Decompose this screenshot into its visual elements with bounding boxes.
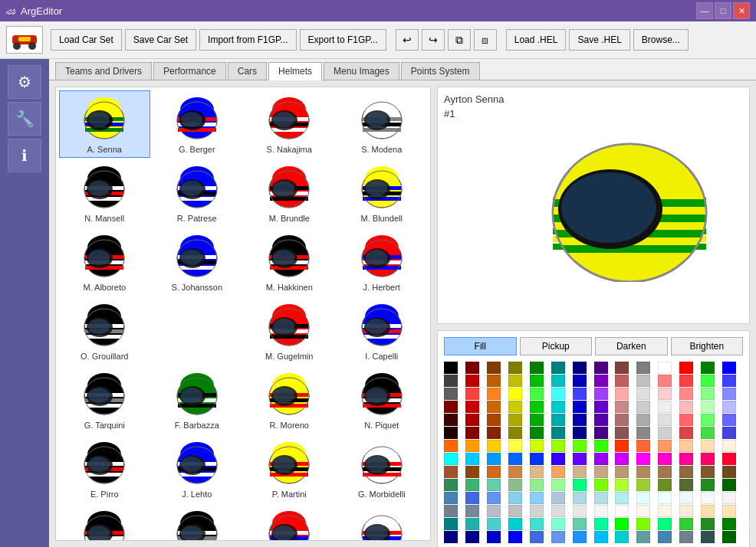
load-hel-button[interactable]: Load .HEL (506, 29, 567, 51)
helmet-item[interactable]: E. Pirro (59, 435, 150, 503)
color-swatch[interactable] (551, 375, 565, 387)
color-swatch[interactable] (594, 362, 608, 374)
color-swatch[interactable] (551, 362, 565, 374)
color-swatch[interactable] (508, 505, 522, 517)
tab-helmets[interactable]: Helmets (268, 62, 322, 80)
color-swatch[interactable] (701, 362, 715, 374)
color-swatch[interactable] (594, 440, 608, 452)
color-swatch[interactable] (701, 427, 715, 439)
color-swatch[interactable] (551, 427, 565, 439)
color-swatch[interactable] (573, 414, 587, 426)
color-swatch[interactable] (594, 518, 608, 530)
pickup-button[interactable]: Pickup (520, 337, 593, 355)
color-swatch[interactable] (722, 362, 736, 374)
color-swatch[interactable] (636, 414, 650, 426)
color-swatch[interactable] (636, 479, 650, 491)
helmet-item[interactable]: O. Grouillard (59, 297, 150, 365)
color-swatch[interactable] (573, 466, 587, 478)
color-swatch[interactable] (701, 531, 715, 543)
color-swatch[interactable] (658, 440, 672, 452)
color-swatch[interactable] (722, 518, 736, 530)
color-swatch[interactable] (722, 414, 736, 426)
color-swatch[interactable] (573, 492, 587, 504)
color-swatch[interactable] (679, 479, 693, 491)
color-swatch[interactable] (530, 440, 544, 452)
color-swatch[interactable] (615, 375, 629, 387)
helmet-item[interactable]: N. Mansell (59, 159, 150, 227)
color-swatch[interactable] (701, 388, 715, 400)
brighten-button[interactable]: Brighten (671, 337, 744, 355)
color-swatch[interactable] (573, 440, 587, 452)
color-swatch[interactable] (487, 479, 501, 491)
color-swatch[interactable] (444, 492, 458, 504)
info-button[interactable]: ℹ (8, 139, 41, 172)
tab-performance[interactable]: Performance (153, 62, 226, 80)
color-swatch[interactable] (636, 440, 650, 452)
paste-button[interactable]: ⧇ (474, 29, 497, 51)
close-button[interactable]: ✕ (733, 2, 750, 19)
color-swatch[interactable] (701, 414, 715, 426)
maximize-button[interactable]: □ (715, 2, 731, 19)
color-swatch[interactable] (487, 401, 501, 413)
helmet-item[interactable]: S. Modena (337, 90, 428, 158)
helmet-item[interactable]: J. Alesi (337, 504, 428, 541)
color-swatch[interactable] (465, 427, 479, 439)
helmet-item[interactable]: S. Johansson (152, 228, 243, 296)
color-swatch[interactable] (636, 531, 650, 543)
color-swatch[interactable] (444, 427, 458, 439)
helmet-item[interactable]: J. Herbert (337, 228, 428, 296)
color-swatch[interactable] (615, 479, 629, 491)
color-swatch[interactable] (722, 466, 736, 478)
color-swatch[interactable] (487, 466, 501, 478)
color-swatch[interactable] (444, 466, 458, 478)
color-swatch[interactable] (679, 427, 693, 439)
color-swatch[interactable] (508, 466, 522, 478)
color-swatch[interactable] (465, 414, 479, 426)
color-swatch[interactable] (722, 440, 736, 452)
color-swatch[interactable] (701, 492, 715, 504)
color-swatch[interactable] (679, 375, 693, 387)
save-car-set-button[interactable]: Save Car Set (125, 29, 196, 51)
color-swatch[interactable] (722, 453, 736, 465)
redo-button[interactable]: ↪ (422, 29, 445, 51)
color-swatch[interactable] (508, 362, 522, 374)
export-button[interactable]: Export to F1GP... (300, 29, 386, 51)
color-swatch[interactable] (573, 362, 587, 374)
color-swatch[interactable] (508, 492, 522, 504)
color-swatch[interactable] (615, 466, 629, 478)
color-swatch[interactable] (594, 427, 608, 439)
helmet-item[interactable]: T. Boutsen (59, 504, 150, 541)
color-swatch[interactable] (658, 453, 672, 465)
color-swatch[interactable] (679, 466, 693, 478)
color-swatch[interactable] (530, 479, 544, 491)
color-swatch[interactable] (658, 492, 672, 504)
color-swatch[interactable] (465, 440, 479, 452)
helmet-item[interactable]: A. Prost (244, 504, 335, 541)
undo-button[interactable]: ↩ (396, 29, 419, 51)
color-swatch[interactable] (487, 440, 501, 452)
color-swatch[interactable] (487, 414, 501, 426)
color-swatch[interactable] (658, 466, 672, 478)
color-swatch[interactable] (594, 531, 608, 543)
color-swatch[interactable] (530, 427, 544, 439)
color-swatch[interactable] (679, 518, 693, 530)
color-swatch[interactable] (444, 518, 458, 530)
color-swatch[interactable] (658, 505, 672, 517)
color-swatch[interactable] (679, 401, 693, 413)
color-swatch[interactable] (594, 401, 608, 413)
color-swatch[interactable] (573, 531, 587, 543)
color-swatch[interactable] (594, 453, 608, 465)
color-swatch[interactable] (508, 414, 522, 426)
color-swatch[interactable] (636, 453, 650, 465)
helmet-item[interactable]: J. Lehto (152, 435, 243, 503)
color-swatch[interactable] (551, 453, 565, 465)
color-swatch[interactable] (465, 362, 479, 374)
color-swatch[interactable] (722, 401, 736, 413)
color-swatch[interactable] (701, 453, 715, 465)
color-swatch[interactable] (508, 453, 522, 465)
color-swatch[interactable] (701, 479, 715, 491)
color-swatch[interactable] (487, 531, 501, 543)
color-swatch[interactable] (444, 401, 458, 413)
color-swatch[interactable] (487, 505, 501, 517)
color-swatch[interactable] (444, 375, 458, 387)
